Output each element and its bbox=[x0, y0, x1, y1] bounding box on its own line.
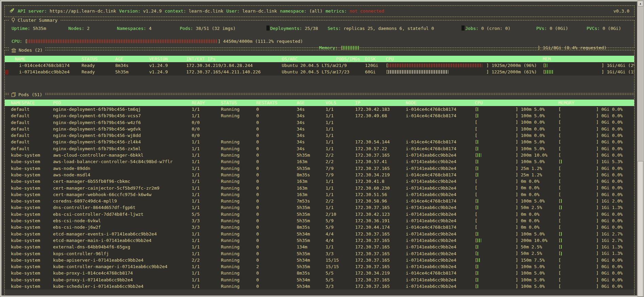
pod-cell-cpu: [] 100m 5.0% bbox=[475, 198, 558, 204]
pod-cell-ns: kube-system bbox=[11, 231, 53, 237]
bar-close-bracket: ] bbox=[516, 277, 518, 283]
usage-bar: [] 0Gi 0.0% bbox=[558, 211, 623, 217]
usage-bar: [] 0m 0.0% bbox=[475, 191, 539, 198]
bar-close-bracket: ] bbox=[516, 211, 518, 217]
pod-row: kube-systemcert-manager-cainjector-5cf5b… bbox=[5, 185, 634, 191]
bar-close-bracket: ] bbox=[516, 126, 518, 132]
pod-cell-status: Running bbox=[221, 172, 256, 178]
pod-cell-age: 163m bbox=[297, 191, 326, 198]
bar-open-bracket: [ bbox=[558, 198, 561, 204]
bar-track bbox=[477, 271, 516, 275]
cluster-stat-pvcs: PVCs: 0 (0Gi) bbox=[587, 25, 621, 32]
pod-cell-vols: 1/1 bbox=[326, 204, 355, 211]
pod-cell-status: Running bbox=[221, 158, 256, 165]
pod-cell-age: 134m bbox=[297, 244, 326, 250]
stat-label: Jobs: bbox=[465, 26, 478, 31]
bar-value: 0m 0.0% bbox=[518, 178, 540, 185]
usage-bar: [] 1Gi 1.3% bbox=[558, 244, 623, 250]
status-label: namespace: bbox=[280, 8, 307, 14]
pod-cell-ip: 172.30.44.174 bbox=[355, 224, 406, 230]
pod-row: kube-systemcoredns-6897c49dc4-mpll91/1Ru… bbox=[5, 198, 634, 204]
pod-cell-ip: 172.30.57.22 bbox=[355, 145, 406, 152]
bar-open-bracket: [ bbox=[558, 257, 561, 263]
node-cell-os: Ubuntu 20.04.5 LTS/amd64 bbox=[282, 69, 336, 75]
bar-value: 1Gi 1.3% bbox=[599, 250, 623, 257]
scroll-up-button[interactable]: ▲ bbox=[638, 1, 643, 6]
pod-col-age: AGE bbox=[297, 100, 326, 106]
bar-track bbox=[561, 179, 596, 184]
pod-cell-mem: [] 0Gi 0.0% bbox=[558, 152, 634, 158]
usage-bar: [] 100m 0.0% bbox=[475, 126, 545, 132]
pod-cell-cpu: [] 100m 0.0% bbox=[475, 132, 558, 139]
stat-label: Pods: bbox=[180, 26, 193, 31]
bar-open-bracket: [ bbox=[386, 69, 388, 75]
bar-value: 0Gi 0.0% bbox=[599, 277, 623, 283]
usage-bar: [] 100m 5.0% bbox=[475, 112, 545, 119]
pod-cell-restarts: 0 bbox=[256, 106, 297, 112]
pod-cell-ready: 1/1 bbox=[192, 283, 221, 290]
bar-value: 1Gi 1.3% bbox=[599, 204, 623, 211]
bar-track bbox=[561, 238, 596, 243]
pod-cell-pod: ebs-csi-controller-7dd74b8f4-ljwzt bbox=[53, 211, 192, 217]
usage-bar: [] 0Gi 0.0% bbox=[558, 106, 623, 112]
pod-cell-node: i-07141eab6cc9bb2e4 bbox=[406, 191, 475, 198]
pod-cell-ns: default bbox=[11, 106, 53, 112]
bar-open-bracket: [ bbox=[475, 158, 477, 165]
master-node-icon bbox=[5, 70, 8, 75]
pod-cell-vols: 1/1 bbox=[326, 139, 355, 145]
pod-cell-ip: 172.30.58.96 bbox=[355, 198, 406, 204]
bar-fill bbox=[388, 64, 482, 67]
pod-cell-ns: kube-system bbox=[11, 191, 53, 198]
pod-cell-age: 5h35m bbox=[297, 204, 326, 211]
bar-close-bracket: ] bbox=[516, 139, 518, 145]
bar-close-bracket: ] bbox=[602, 69, 604, 75]
pod-cell-vols: 4/4 bbox=[326, 237, 355, 244]
bar-value: 1Gi 1.3% bbox=[599, 244, 623, 250]
pod-row: kube-systemaws-node-89ddn1/1Running05h35… bbox=[5, 165, 634, 172]
pod-cell-vols: 2/2 bbox=[326, 158, 355, 165]
bar-value: 0Gi 0.0% bbox=[599, 257, 623, 263]
api-status-bar: API server: https://api.learn-dc.linkVer… bbox=[4, 5, 634, 17]
bar-close-bracket: ] bbox=[596, 158, 599, 165]
status-label: API server: bbox=[18, 8, 47, 14]
stat-label: CPU: bbox=[12, 39, 22, 44]
pod-cell-mem: [] 0Gi 0.0% bbox=[558, 191, 634, 198]
pod-cell-ns: kube-system bbox=[11, 250, 53, 257]
pod-cell-ip bbox=[355, 132, 406, 139]
usage-bar: [] 0Gi 0.0% bbox=[558, 277, 623, 283]
pod-cell-mem: [] 0Gi 0.0% bbox=[558, 145, 634, 152]
scrollbar-track[interactable] bbox=[638, 6, 643, 291]
pod-cell-ready: 1/1 bbox=[192, 185, 221, 191]
bar-open-bracket: [ bbox=[543, 69, 545, 75]
bar-open-bracket: [ bbox=[558, 250, 561, 257]
bar-close-bracket: ] bbox=[596, 211, 599, 217]
bar-track bbox=[561, 166, 596, 171]
pod-col-restarts: RESTARTS bbox=[256, 100, 297, 106]
pod-row: kube-systemcert-manager-webhook-66ccfc97… bbox=[5, 191, 634, 198]
bar-track bbox=[561, 225, 596, 229]
node-col-ips: INT/EXT IPs bbox=[186, 56, 282, 62]
pod-cell-vols: 7/9 bbox=[326, 165, 355, 172]
pod-cell-ip: 172.30.37.165 bbox=[355, 283, 406, 290]
bar-track bbox=[477, 113, 516, 118]
nodes-panel-icon bbox=[11, 48, 16, 53]
pod-cell-mem: [] 0Gi 0.0% bbox=[558, 263, 634, 270]
bar-close-bracket: ] bbox=[516, 224, 518, 230]
pod-cell-mem: [] 0Gi 0.0% bbox=[558, 126, 634, 132]
bar-open-bracket: [ bbox=[475, 257, 477, 263]
bar-fill bbox=[477, 232, 480, 236]
pod-cell-age: 7m53s bbox=[297, 198, 326, 204]
bar-track bbox=[477, 212, 516, 216]
cluster-stat-namespaces: Namespaces: 4 bbox=[117, 25, 152, 32]
scrollbar-thumb[interactable] bbox=[638, 161, 643, 297]
usage-bar: [] 100m 5.0% bbox=[475, 106, 545, 112]
bar-value: 0m 0.0% bbox=[518, 217, 540, 224]
pod-cell-vols: 2/10 bbox=[326, 211, 355, 217]
pod-cell-ns: kube-system bbox=[11, 224, 53, 230]
pod-col-status: STATUS bbox=[221, 100, 256, 106]
pod-cell-status: Running bbox=[221, 211, 256, 217]
pod-cell-cpu: [] 0m 0.0% bbox=[475, 185, 558, 191]
bar-close-bracket: ] bbox=[516, 132, 518, 139]
pod-cell-restarts: 0 bbox=[256, 257, 297, 263]
scrollbar[interactable]: ▲ ▼ bbox=[638, 1, 643, 297]
